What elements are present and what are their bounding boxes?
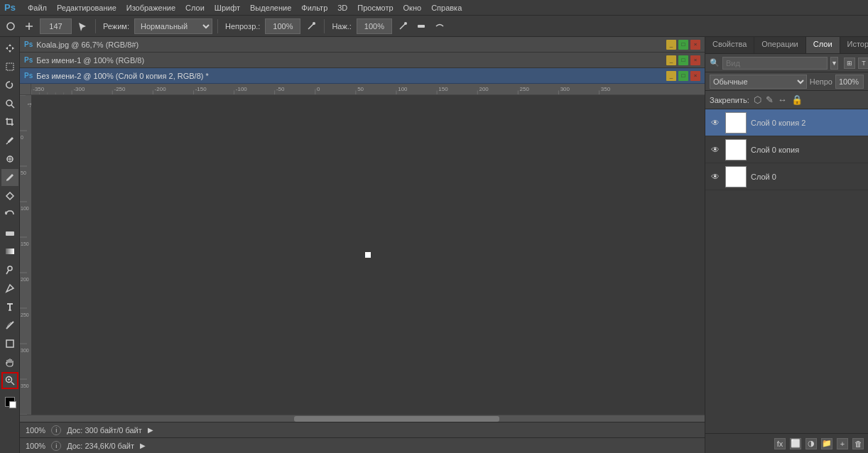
hand-tool[interactable] bbox=[1, 354, 18, 371]
menu-select[interactable]: Выделение bbox=[245, 2, 296, 13]
svg-point-9 bbox=[8, 266, 12, 271]
menu-help[interactable]: Справка bbox=[426, 2, 467, 13]
tab-operations[interactable]: Операции bbox=[754, 37, 805, 53]
flow-input[interactable] bbox=[357, 18, 392, 34]
brush-tool[interactable] bbox=[1, 169, 18, 186]
koala-title: Koala.jpg @ 66,7% (RGB/8#) bbox=[36, 40, 664, 49]
menu-file[interactable]: Файл bbox=[23, 2, 52, 13]
menu-image[interactable]: Изображение bbox=[121, 2, 180, 13]
unnamed2-zoom: 100% bbox=[26, 426, 45, 435]
layers-blend-mode[interactable]: Обычные bbox=[710, 75, 807, 89]
airbrush-icon[interactable] bbox=[413, 18, 429, 34]
layers-filter-dropdown[interactable]: ▼ bbox=[830, 57, 838, 70]
toolbar-divider-3 bbox=[324, 19, 325, 33]
marquee-tool[interactable] bbox=[1, 58, 18, 75]
canvas-content[interactable] bbox=[31, 95, 705, 415]
new-group-icon[interactable]: 📁 bbox=[821, 438, 832, 449]
eyedropper-tool[interactable] bbox=[1, 132, 18, 149]
layers-search-input[interactable] bbox=[722, 57, 828, 70]
unnamed1-close-btn[interactable]: × bbox=[690, 55, 700, 65]
unnamed2-minimize-btn[interactable]: _ bbox=[666, 71, 676, 81]
layers-icon-2[interactable]: T bbox=[858, 58, 868, 69]
menu-layers[interactable]: Слои bbox=[180, 2, 210, 13]
svg-text:350: 350 bbox=[21, 383, 29, 388]
delete-layer-icon[interactable]: 🗑 bbox=[852, 438, 864, 449]
unnamed2-maximize-btn[interactable]: □ bbox=[678, 71, 688, 81]
koala-close-btn[interactable]: × bbox=[690, 40, 700, 50]
brush-presets-icon[interactable] bbox=[3, 18, 18, 34]
ruler-corner bbox=[20, 84, 31, 95]
shape-tool[interactable] bbox=[1, 335, 18, 352]
unnamed1-maximize-btn[interactable]: □ bbox=[678, 55, 688, 65]
gradient-tool[interactable] bbox=[1, 243, 18, 260]
lasso-tool[interactable] bbox=[1, 77, 18, 94]
layer-item-2[interactable]: 👁 Слой 0 bbox=[705, 163, 868, 190]
menu-bar: Ps Файл Редактирование Изображение Слои … bbox=[0, 0, 868, 16]
workspace-info-icon[interactable]: i bbox=[51, 441, 61, 451]
smoothing-icon[interactable] bbox=[432, 18, 447, 34]
brush-size-input[interactable] bbox=[40, 18, 72, 34]
toolbar-divider-1 bbox=[95, 19, 96, 33]
history-brush-tool[interactable] bbox=[1, 206, 18, 223]
unnamed2-info-icon[interactable]: i bbox=[51, 425, 61, 435]
add-mask-icon[interactable]: ⬜ bbox=[790, 438, 801, 449]
add-adjustment-icon[interactable]: ◑ bbox=[805, 438, 817, 449]
unnamed1-titlebar: Ps Без имени-1 @ 100% (RGB/8) _ □ × bbox=[20, 53, 705, 68]
svg-text:-100: -100 bbox=[236, 87, 247, 92]
add-style-icon[interactable]: fx bbox=[774, 438, 786, 449]
dodge-tool[interactable] bbox=[1, 261, 18, 278]
flow-jitter-icon[interactable] bbox=[395, 18, 411, 34]
clone-stamp-tool[interactable] bbox=[1, 187, 18, 204]
layer-1-visibility[interactable]: 👁 bbox=[710, 144, 721, 155]
menu-window[interactable]: Окно bbox=[398, 2, 427, 13]
tab-history[interactable]: История bbox=[840, 37, 868, 53]
lock-position-icon[interactable]: ✎ bbox=[766, 94, 774, 105]
layer-0-visibility[interactable]: 👁 bbox=[710, 117, 721, 129]
tab-properties[interactable]: Свойства bbox=[705, 37, 754, 53]
move-tool[interactable] bbox=[1, 40, 18, 57]
horizontal-scroll-thumb[interactable] bbox=[294, 416, 499, 422]
menu-font[interactable]: Шрифт bbox=[210, 2, 245, 13]
layer-item-0[interactable]: 👁 Слой 0 копия 2 bbox=[705, 109, 868, 136]
vertical-ruler: -1 0 50 100 150 200 250 bbox=[20, 95, 31, 415]
opacity-jitter-icon[interactable] bbox=[303, 18, 319, 34]
unnamed1-minimize-btn[interactable]: _ bbox=[666, 55, 676, 65]
horizontal-ruler-svg: -350 -300 -250 -200 -150 -100 bbox=[31, 84, 705, 94]
healing-brush-tool[interactable] bbox=[1, 151, 18, 168]
path-select-tool[interactable] bbox=[1, 317, 18, 334]
layer-2-visibility[interactable]: 👁 bbox=[710, 171, 721, 182]
svg-rect-47 bbox=[20, 95, 31, 415]
lock-all-icon[interactable]: 🔒 bbox=[791, 94, 803, 105]
crop-tool[interactable] bbox=[1, 114, 18, 131]
layers-icon-1[interactable]: ⊞ bbox=[844, 58, 855, 69]
menu-filter[interactable]: Фильтр bbox=[296, 2, 332, 13]
brush-settings-icon[interactable] bbox=[21, 18, 37, 34]
lock-pixels-icon[interactable]: ⬡ bbox=[754, 94, 761, 105]
workspace-arrow[interactable]: ▶ bbox=[140, 442, 146, 449]
brush-tool-icon[interactable] bbox=[75, 18, 90, 34]
blend-mode-select[interactable]: Нормальный bbox=[134, 18, 212, 34]
koala-minimize-btn[interactable]: _ bbox=[666, 40, 676, 50]
svg-point-5 bbox=[6, 100, 12, 106]
horizontal-scrollbar[interactable] bbox=[20, 415, 705, 422]
eraser-tool[interactable] bbox=[1, 224, 18, 241]
menu-edit[interactable]: Редактирование bbox=[52, 2, 121, 13]
tab-layers[interactable]: Слои bbox=[806, 37, 840, 53]
pen-tool[interactable] bbox=[1, 280, 18, 297]
menu-3d[interactable]: 3D bbox=[332, 2, 352, 13]
layer-item-1[interactable]: 👁 Слой 0 копия bbox=[705, 136, 868, 163]
menu-view[interactable]: Просмотр bbox=[352, 2, 398, 13]
text-tool[interactable] bbox=[1, 298, 18, 315]
unnamed2-close-btn[interactable]: × bbox=[690, 71, 700, 81]
new-layer-icon[interactable]: + bbox=[837, 438, 848, 449]
layers-opacity-input[interactable] bbox=[835, 75, 864, 89]
zoom-tool[interactable] bbox=[1, 372, 18, 389]
koala-maximize-btn[interactable]: □ bbox=[678, 40, 688, 50]
svg-rect-4 bbox=[6, 63, 13, 70]
unnamed2-arrow[interactable]: ▶ bbox=[148, 426, 153, 434]
lock-artboards-icon[interactable]: ↔ bbox=[778, 94, 787, 105]
quick-select-tool[interactable] bbox=[1, 95, 18, 112]
svg-rect-10 bbox=[6, 340, 13, 347]
opacity-input[interactable] bbox=[265, 18, 300, 34]
foreground-color[interactable] bbox=[1, 393, 18, 410]
